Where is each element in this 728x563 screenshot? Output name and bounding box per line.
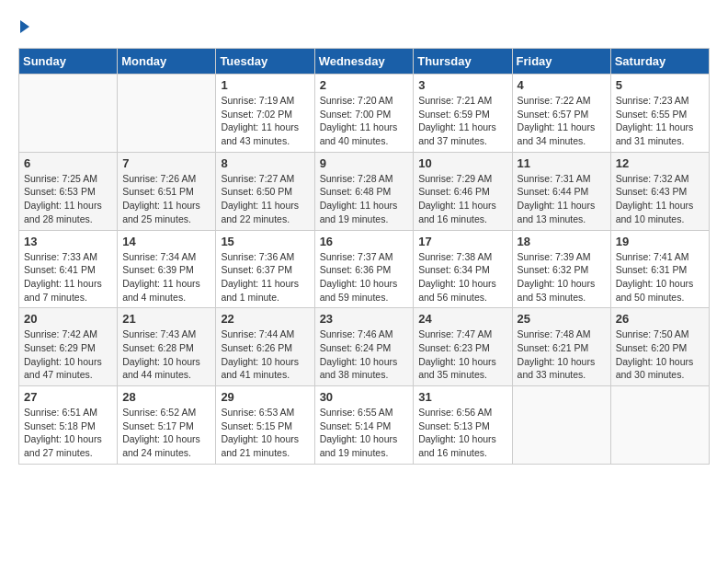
- day-info: Sunrise: 6:55 AM Sunset: 5:14 PM Dayligh…: [320, 406, 409, 460]
- day-number: 4: [518, 78, 606, 92]
- day-number: 23: [320, 312, 409, 326]
- calendar-week-row: 20Sunrise: 7:42 AM Sunset: 6:29 PM Dayli…: [19, 308, 710, 386]
- table-row: 6Sunrise: 7:25 AM Sunset: 6:53 PM Daylig…: [19, 152, 118, 230]
- day-number: 16: [320, 235, 409, 248]
- day-of-week-header: Wednesday: [314, 49, 414, 75]
- table-row: 23Sunrise: 7:46 AM Sunset: 6:24 PM Dayli…: [314, 308, 414, 386]
- day-info: Sunrise: 7:29 AM Sunset: 6:46 PM Dayligh…: [418, 172, 506, 226]
- day-of-week-header: Saturday: [610, 49, 709, 75]
- table-row: 7Sunrise: 7:26 AM Sunset: 6:51 PM Daylig…: [118, 152, 216, 230]
- day-info: Sunrise: 6:51 AM Sunset: 5:18 PM Dayligh…: [24, 406, 112, 460]
- day-number: 20: [24, 312, 112, 326]
- day-info: Sunrise: 7:23 AM Sunset: 6:55 PM Dayligh…: [616, 94, 704, 148]
- day-of-week-header: Thursday: [414, 49, 512, 75]
- day-info: Sunrise: 7:36 AM Sunset: 6:37 PM Dayligh…: [221, 250, 309, 304]
- day-info: Sunrise: 7:26 AM Sunset: 6:51 PM Dayligh…: [122, 172, 210, 226]
- logo-arrow-icon: [20, 20, 29, 33]
- day-number: 2: [320, 78, 409, 92]
- table-row: 9Sunrise: 7:28 AM Sunset: 6:48 PM Daylig…: [314, 152, 414, 230]
- calendar-header-row: SundayMondayTuesdayWednesdayThursdayFrid…: [19, 49, 710, 75]
- day-number: 14: [122, 235, 210, 248]
- calendar-week-row: 1Sunrise: 7:19 AM Sunset: 7:02 PM Daylig…: [19, 75, 710, 153]
- table-row: 19Sunrise: 7:41 AM Sunset: 6:31 PM Dayli…: [610, 230, 709, 308]
- day-number: 10: [418, 156, 506, 170]
- day-info: Sunrise: 7:33 AM Sunset: 6:41 PM Dayligh…: [24, 250, 112, 304]
- day-number: 15: [221, 235, 309, 248]
- day-number: 26: [616, 312, 704, 326]
- calendar-week-row: 27Sunrise: 6:51 AM Sunset: 5:18 PM Dayli…: [19, 386, 710, 465]
- calendar-table: SundayMondayTuesdayWednesdayThursdayFrid…: [18, 48, 710, 465]
- day-of-week-header: Sunday: [19, 49, 118, 75]
- table-row: 24Sunrise: 7:47 AM Sunset: 6:23 PM Dayli…: [414, 308, 512, 386]
- table-row: [19, 75, 118, 153]
- day-info: Sunrise: 7:39 AM Sunset: 6:32 PM Dayligh…: [518, 250, 606, 304]
- day-number: 27: [24, 390, 112, 404]
- day-info: Sunrise: 7:43 AM Sunset: 6:28 PM Dayligh…: [122, 327, 210, 382]
- day-number: 12: [616, 156, 704, 170]
- table-row: 10Sunrise: 7:29 AM Sunset: 6:46 PM Dayli…: [414, 152, 512, 230]
- day-number: 13: [24, 235, 112, 248]
- table-row: 13Sunrise: 7:33 AM Sunset: 6:41 PM Dayli…: [19, 230, 118, 308]
- day-info: Sunrise: 7:19 AM Sunset: 7:02 PM Dayligh…: [221, 94, 309, 148]
- table-row: 30Sunrise: 6:55 AM Sunset: 5:14 PM Dayli…: [314, 386, 414, 465]
- day-info: Sunrise: 7:25 AM Sunset: 6:53 PM Dayligh…: [24, 172, 112, 226]
- table-row: 15Sunrise: 7:36 AM Sunset: 6:37 PM Dayli…: [216, 230, 314, 308]
- table-row: 11Sunrise: 7:31 AM Sunset: 6:44 PM Dayli…: [512, 152, 610, 230]
- day-info: Sunrise: 7:22 AM Sunset: 6:57 PM Dayligh…: [518, 94, 606, 148]
- table-row: 14Sunrise: 7:34 AM Sunset: 6:39 PM Dayli…: [118, 230, 216, 308]
- day-info: Sunrise: 7:27 AM Sunset: 6:50 PM Dayligh…: [221, 172, 309, 226]
- day-info: Sunrise: 7:44 AM Sunset: 6:26 PM Dayligh…: [221, 327, 309, 382]
- day-info: Sunrise: 7:28 AM Sunset: 6:48 PM Dayligh…: [320, 172, 409, 226]
- day-info: Sunrise: 7:20 AM Sunset: 7:00 PM Dayligh…: [320, 94, 409, 148]
- day-info: Sunrise: 7:46 AM Sunset: 6:24 PM Dayligh…: [320, 327, 409, 382]
- day-number: 11: [518, 156, 606, 170]
- table-row: 25Sunrise: 7:48 AM Sunset: 6:21 PM Dayli…: [512, 308, 610, 386]
- day-info: Sunrise: 6:52 AM Sunset: 5:17 PM Dayligh…: [122, 406, 210, 460]
- table-row: 29Sunrise: 6:53 AM Sunset: 5:15 PM Dayli…: [216, 386, 314, 465]
- table-row: [610, 386, 709, 465]
- table-row: 28Sunrise: 6:52 AM Sunset: 5:17 PM Dayli…: [118, 386, 216, 465]
- table-row: [118, 75, 216, 153]
- day-number: 18: [518, 235, 606, 248]
- table-row: 20Sunrise: 7:42 AM Sunset: 6:29 PM Dayli…: [19, 308, 118, 386]
- day-number: 9: [320, 156, 409, 170]
- day-number: 5: [616, 78, 704, 92]
- day-number: 28: [122, 390, 210, 404]
- table-row: 12Sunrise: 7:32 AM Sunset: 6:43 PM Dayli…: [610, 152, 709, 230]
- day-of-week-header: Tuesday: [216, 49, 314, 75]
- day-number: 21: [122, 312, 210, 326]
- day-number: 3: [418, 78, 506, 92]
- table-row: 31Sunrise: 6:56 AM Sunset: 5:13 PM Dayli…: [414, 386, 512, 465]
- table-row: [512, 386, 610, 465]
- table-row: 5Sunrise: 7:23 AM Sunset: 6:55 PM Daylig…: [610, 75, 709, 153]
- table-row: 27Sunrise: 6:51 AM Sunset: 5:18 PM Dayli…: [19, 386, 118, 465]
- table-row: 17Sunrise: 7:38 AM Sunset: 6:34 PM Dayli…: [414, 230, 512, 308]
- page-header: [18, 18, 710, 33]
- day-info: Sunrise: 7:47 AM Sunset: 6:23 PM Dayligh…: [418, 327, 506, 382]
- table-row: 3Sunrise: 7:21 AM Sunset: 6:59 PM Daylig…: [414, 75, 512, 153]
- day-info: Sunrise: 7:48 AM Sunset: 6:21 PM Dayligh…: [518, 327, 606, 382]
- table-row: 22Sunrise: 7:44 AM Sunset: 6:26 PM Dayli…: [216, 308, 314, 386]
- day-number: 29: [221, 390, 309, 404]
- table-row: 4Sunrise: 7:22 AM Sunset: 6:57 PM Daylig…: [512, 75, 610, 153]
- day-info: Sunrise: 6:53 AM Sunset: 5:15 PM Dayligh…: [221, 406, 309, 460]
- day-info: Sunrise: 7:34 AM Sunset: 6:39 PM Dayligh…: [122, 250, 210, 304]
- day-number: 17: [418, 235, 506, 248]
- day-info: Sunrise: 7:32 AM Sunset: 6:43 PM Dayligh…: [616, 172, 704, 226]
- day-number: 19: [616, 235, 704, 248]
- logo: [18, 18, 29, 33]
- table-row: 26Sunrise: 7:50 AM Sunset: 6:20 PM Dayli…: [610, 308, 709, 386]
- day-number: 31: [418, 390, 506, 404]
- day-number: 7: [122, 156, 210, 170]
- table-row: 8Sunrise: 7:27 AM Sunset: 6:50 PM Daylig…: [216, 152, 314, 230]
- table-row: 18Sunrise: 7:39 AM Sunset: 6:32 PM Dayli…: [512, 230, 610, 308]
- day-info: Sunrise: 6:56 AM Sunset: 5:13 PM Dayligh…: [418, 406, 506, 460]
- day-number: 30: [320, 390, 409, 404]
- table-row: 2Sunrise: 7:20 AM Sunset: 7:00 PM Daylig…: [314, 75, 414, 153]
- day-of-week-header: Friday: [512, 49, 610, 75]
- day-number: 24: [418, 312, 506, 326]
- table-row: 21Sunrise: 7:43 AM Sunset: 6:28 PM Dayli…: [118, 308, 216, 386]
- day-of-week-header: Monday: [118, 49, 216, 75]
- day-info: Sunrise: 7:31 AM Sunset: 6:44 PM Dayligh…: [518, 172, 606, 226]
- day-info: Sunrise: 7:37 AM Sunset: 6:36 PM Dayligh…: [320, 250, 409, 304]
